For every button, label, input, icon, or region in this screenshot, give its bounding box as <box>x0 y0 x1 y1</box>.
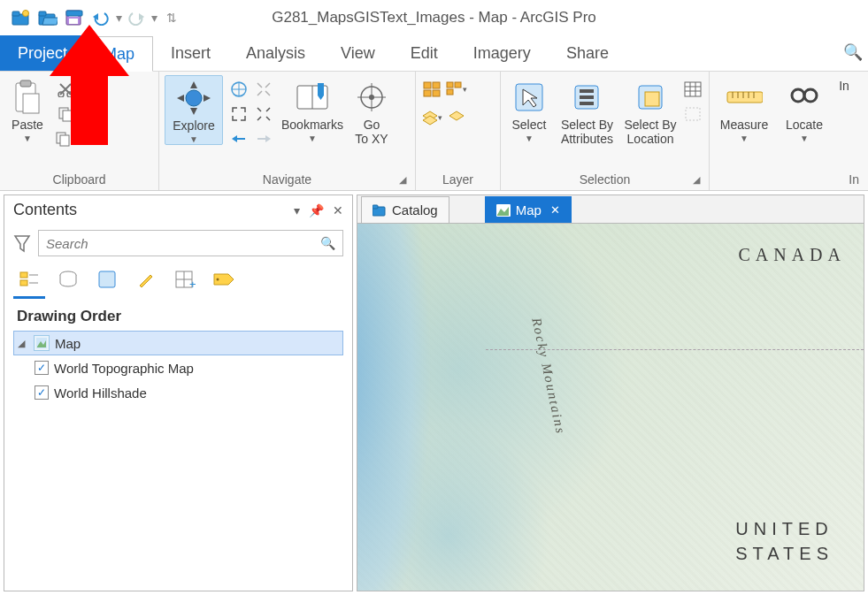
ribbon-search-icon[interactable]: 🔍 <box>843 42 863 62</box>
search-input[interactable] <box>46 236 292 251</box>
qat-customize-icon[interactable]: ⇅ <box>168 11 175 25</box>
redo-icon[interactable] <box>124 5 149 30</box>
svg-rect-40 <box>424 82 431 88</box>
doctab-catalog[interactable]: Catalog <box>361 196 449 223</box>
cut-icon[interactable] <box>55 79 76 100</box>
close-tab-icon[interactable]: ✕ <box>550 203 560 217</box>
zoom-to-selection-icon[interactable] <box>228 103 250 125</box>
go-to-xy-button[interactable]: GoTo XY <box>347 75 396 146</box>
tree-root-label: Map <box>55 336 81 351</box>
tree-layer-row[interactable]: ✓ World Topographic Map <box>13 355 343 380</box>
map-canvas[interactable]: CANADA Rocky Mountains UNITEDSTATES <box>357 224 864 591</box>
tree-root-map[interactable]: ◢ Map <box>13 331 343 355</box>
paste-icon <box>9 79 46 116</box>
map-tab-icon <box>496 204 511 217</box>
svg-rect-54 <box>580 102 594 105</box>
undo-icon[interactable] <box>88 5 113 30</box>
tab-map[interactable]: Map <box>85 36 153 72</box>
svg-marker-25 <box>177 95 184 102</box>
paste-label: Paste <box>12 118 43 132</box>
layer-checkbox[interactable]: ✓ <box>35 385 49 400</box>
infographics-button[interactable]: In <box>835 75 853 93</box>
sel-loc-label-2: Location <box>627 132 674 146</box>
explore-icon <box>175 80 212 117</box>
svg-rect-42 <box>424 90 431 96</box>
tab-insert[interactable]: Insert <box>153 35 228 71</box>
doctab-map[interactable]: Map ✕ <box>485 196 572 223</box>
navigate-launcher-icon[interactable]: ◢ <box>399 174 411 187</box>
sel-attr-label-2: Attributes <box>561 132 613 146</box>
tab-view[interactable]: View <box>323 35 393 71</box>
undo-dropdown-icon[interactable]: ▾ <box>115 11 122 25</box>
new-project-icon[interactable] <box>9 5 34 30</box>
svg-point-70 <box>804 89 817 102</box>
previous-extent-icon[interactable] <box>228 128 250 149</box>
open-project-icon[interactable] <box>35 5 60 30</box>
tab-share[interactable]: Share <box>549 35 626 71</box>
select-button[interactable]: Select ▼ <box>506 75 552 143</box>
search-icon[interactable]: 🔍 <box>320 236 335 250</box>
sel-loc-label-1: Select By <box>624 118 676 132</box>
tab-imagery[interactable]: Imagery <box>456 35 549 71</box>
clear-selection-icon[interactable] <box>682 103 703 125</box>
paste-button[interactable]: Paste ▼ <box>5 75 50 143</box>
filter-icon[interactable] <box>13 233 33 253</box>
map-label-usa: UNITEDSTATES <box>735 516 833 566</box>
copy-path-button[interactable]: Path <box>55 128 100 149</box>
list-by-selection-icon[interactable] <box>95 267 119 292</box>
selection-launcher-icon[interactable]: ◢ <box>693 174 705 187</box>
expander-icon[interactable]: ◢ <box>18 338 28 349</box>
next-extent-icon[interactable] <box>253 128 274 149</box>
svg-marker-5 <box>42 18 58 25</box>
copy-icon[interactable] <box>55 103 76 125</box>
map-area: Catalog Map ✕ CANADA Rocky Mountains UNI… <box>357 195 864 591</box>
close-panel-icon[interactable]: ✕ <box>333 203 343 217</box>
svg-rect-41 <box>433 82 440 88</box>
fixed-zoom-in-icon[interactable] <box>253 79 274 100</box>
fixed-zoom-out-icon[interactable] <box>253 103 274 125</box>
list-by-editing-icon[interactable] <box>134 267 158 292</box>
tree-layer-row[interactable]: ✓ World Hillshade <box>13 380 343 405</box>
add-data-icon[interactable]: ▾ <box>446 79 467 100</box>
auto-hide-icon[interactable]: 📌 <box>309 203 324 217</box>
attribute-table-icon[interactable] <box>682 79 703 100</box>
svg-rect-72 <box>20 272 27 278</box>
list-by-drawing-order-icon[interactable] <box>17 267 42 292</box>
add-graphics-layer-icon[interactable] <box>446 107 467 128</box>
group-inquiry: Measure ▼ Locate ▼ In In <box>710 72 868 190</box>
redo-dropdown-icon[interactable]: ▾ <box>150 11 157 25</box>
explore-button[interactable]: Explore ▼ <box>165 75 223 145</box>
layer-label: World Hillshade <box>54 385 147 400</box>
select-by-attributes-button[interactable]: Select ByAttributes <box>557 75 617 146</box>
map-icon <box>34 335 50 351</box>
bookmarks-button[interactable]: Bookmarks ▼ <box>283 75 342 143</box>
svg-marker-23 <box>190 81 197 88</box>
select-dropdown-icon: ▼ <box>525 133 534 143</box>
search-box[interactable]: 🔍 <box>38 230 343 256</box>
gotoxy-label-2: To XY <box>355 132 388 146</box>
tab-project[interactable]: Project <box>0 35 85 71</box>
title-bar: ▾ ▾ ⇅ G281_MapsGISText_Images - Map - Ar… <box>0 0 868 35</box>
svg-rect-19 <box>63 111 72 121</box>
tab-edit[interactable]: Edit <box>393 35 456 71</box>
group-navigate: Explore ▼ Bookmarks <box>159 72 416 190</box>
layer-label: World Topographic Map <box>54 361 194 376</box>
locate-button[interactable]: Locate ▼ <box>779 75 830 143</box>
list-by-data-source-icon[interactable] <box>56 267 81 292</box>
group-layer-label: Layer <box>421 171 495 190</box>
select-by-location-button[interactable]: Select ByLocation <box>622 75 679 146</box>
group-layer: ▾ ▾ Layer <box>416 72 501 190</box>
list-by-snapping-icon[interactable]: + <box>173 267 197 292</box>
svg-rect-34 <box>318 83 324 95</box>
add-preset-icon[interactable]: ▾ <box>421 107 442 128</box>
contents-toolbar: + <box>4 262 352 299</box>
basemap-icon[interactable] <box>421 79 442 100</box>
measure-button[interactable]: Measure ▼ <box>715 75 773 143</box>
save-icon[interactable] <box>62 5 87 30</box>
list-by-labeling-icon[interactable] <box>211 267 236 292</box>
tab-analysis[interactable]: Analysis <box>228 35 323 71</box>
full-extent-icon[interactable] <box>228 79 250 100</box>
locate-label: Locate <box>786 118 823 132</box>
panel-options-icon[interactable]: ▾ <box>294 203 300 217</box>
layer-checkbox[interactable]: ✓ <box>35 361 49 375</box>
